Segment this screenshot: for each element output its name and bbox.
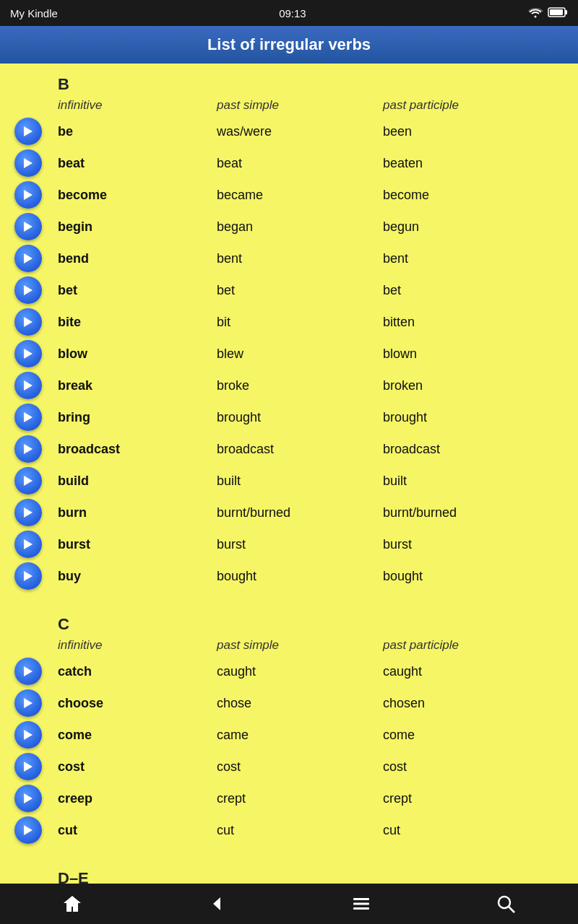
verb-past-simple: bit <box>217 315 383 330</box>
audio-button[interactable] <box>14 118 42 145</box>
audio-button[interactable] <box>14 658 42 685</box>
audio-button[interactable] <box>14 276 42 304</box>
audio-button[interactable] <box>14 308 42 336</box>
svg-marker-7 <box>24 253 33 263</box>
status-icons <box>527 6 568 20</box>
audio-button[interactable] <box>14 340 42 367</box>
audio-button[interactable] <box>14 467 42 494</box>
audio-button[interactable] <box>14 181 42 209</box>
svg-marker-20 <box>24 730 33 740</box>
verb-past-simple: caught <box>217 664 383 679</box>
verb-past-simple: chose <box>217 696 383 711</box>
verb-infinitive: bring <box>58 410 217 425</box>
verb-infinitive: cut <box>58 823 217 838</box>
col-header-past-participle: past participle <box>383 98 564 113</box>
verb-past-participle: been <box>383 124 564 139</box>
content-area[interactable]: Binfinitivepast simplepast participle be… <box>0 64 578 884</box>
verb-section: Cinfinitivepast simplepast participle ca… <box>0 615 578 846</box>
menu-button[interactable] <box>340 888 383 920</box>
table-row: bringbroughtbrought <box>14 401 564 433</box>
verb-infinitive: be <box>58 124 217 139</box>
section-letter: C <box>14 615 564 634</box>
audio-button[interactable] <box>14 531 42 558</box>
audio-button[interactable] <box>14 245 42 272</box>
audio-button[interactable] <box>14 753 42 780</box>
verb-past-simple: began <box>217 219 383 235</box>
verb-past-participle: bought <box>383 569 564 584</box>
verb-past-participle: burnt/burned <box>383 505 564 520</box>
verb-infinitive: burn <box>58 505 217 520</box>
verb-past-simple: brought <box>217 410 383 425</box>
verb-past-simple: broke <box>217 378 383 393</box>
time: 09:13 <box>279 7 306 19</box>
audio-button[interactable] <box>14 149 42 177</box>
audio-button[interactable] <box>14 372 42 399</box>
svg-marker-23 <box>24 825 33 835</box>
verb-infinitive: choose <box>58 696 217 711</box>
audio-button[interactable] <box>14 816 42 844</box>
audio-button[interactable] <box>14 404 42 431</box>
svg-marker-15 <box>24 507 33 518</box>
svg-marker-6 <box>24 222 33 232</box>
audio-button[interactable] <box>14 785 42 812</box>
table-row: blowblewblown <box>14 338 564 370</box>
verb-past-participle: broken <box>383 378 564 393</box>
audio-button[interactable] <box>14 562 42 590</box>
verb-past-participle: blown <box>383 346 564 362</box>
page-title: List of irregular verbs <box>207 35 371 54</box>
table-row: bendbentbent <box>14 243 564 274</box>
svg-marker-4 <box>24 158 33 168</box>
verb-past-participle: bitten <box>383 315 564 330</box>
wifi-icon <box>527 6 543 20</box>
verb-infinitive: beat <box>58 156 217 171</box>
col-header-past-simple: past simple <box>217 638 383 653</box>
table-row: buildbuiltbuilt <box>14 465 564 497</box>
svg-marker-13 <box>24 444 33 454</box>
back-button[interactable] <box>195 888 238 920</box>
svg-marker-19 <box>24 698 33 708</box>
svg-point-29 <box>499 897 510 908</box>
svg-marker-22 <box>24 793 33 803</box>
verb-past-simple: bent <box>217 251 383 266</box>
audio-button[interactable] <box>14 213 42 240</box>
svg-marker-9 <box>24 317 33 327</box>
audio-button[interactable] <box>14 435 42 463</box>
home-button[interactable] <box>51 888 94 920</box>
table-row: choosechosechosen <box>14 687 564 719</box>
verb-past-simple: burnt/burned <box>217 505 383 520</box>
column-headers: infinitivepast simplepast participle <box>14 638 564 653</box>
col-header-past-participle: past participle <box>383 638 564 653</box>
verb-infinitive: blow <box>58 346 217 362</box>
table-row: comecamecome <box>14 719 564 751</box>
app-name: My Kindle <box>10 7 58 19</box>
verb-past-participle: come <box>383 728 564 743</box>
audio-button[interactable] <box>14 689 42 717</box>
svg-rect-27 <box>353 903 369 905</box>
verb-infinitive: begin <box>58 219 217 235</box>
table-row: beatbeatbeaten <box>14 147 564 179</box>
verb-past-participle: cut <box>383 823 564 838</box>
verb-past-simple: built <box>217 474 383 489</box>
svg-line-30 <box>509 907 514 912</box>
verb-past-participle: burst <box>383 537 564 552</box>
verb-past-simple: cost <box>217 759 383 775</box>
audio-button[interactable] <box>14 499 42 526</box>
search-button[interactable] <box>484 888 527 920</box>
verb-past-simple: broadcast <box>217 442 383 457</box>
verb-infinitive: come <box>58 728 217 743</box>
verb-section: Binfinitivepast simplepast participle be… <box>0 75 578 592</box>
verb-past-simple: cut <box>217 823 383 838</box>
svg-marker-17 <box>24 571 33 581</box>
svg-marker-21 <box>24 762 33 772</box>
verb-past-participle: cost <box>383 759 564 775</box>
section-letter: B <box>14 75 564 94</box>
verb-past-simple: bet <box>217 283 383 298</box>
verb-infinitive: burst <box>58 537 217 552</box>
audio-button[interactable] <box>14 721 42 749</box>
verb-past-participle: beaten <box>383 156 564 171</box>
verb-past-simple: blew <box>217 346 383 362</box>
col-header-past-simple: past simple <box>217 98 383 113</box>
verb-past-participle: broadcast <box>383 442 564 457</box>
table-row: beginbeganbegun <box>14 211 564 243</box>
verb-past-participle: caught <box>383 664 564 679</box>
